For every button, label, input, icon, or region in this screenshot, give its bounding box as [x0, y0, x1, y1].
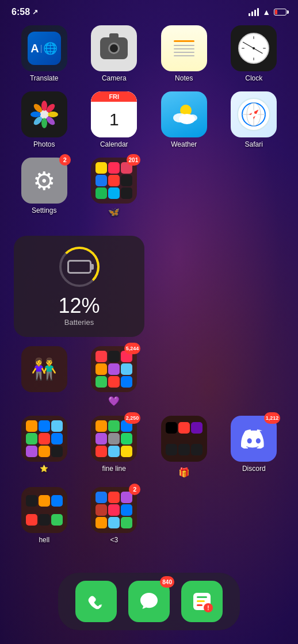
discord-logo-svg [241, 429, 266, 448]
battery-status-icon [274, 9, 286, 16]
app-row-2: Photos FRI 1 Calendar [0, 87, 298, 153]
folder-heart-label: <3 [110, 536, 118, 544]
star-label: ⭐ [40, 465, 48, 473]
clock-minute-hand [254, 48, 263, 54]
signal-icon [249, 8, 259, 16]
calendar-day: FRI [91, 91, 137, 102]
app-row-1: A | 🌐 Translate Camera [0, 21, 298, 87]
folder-heart-badge: 2 [129, 484, 140, 495]
folder-social-badge: 201 [127, 154, 141, 166]
app-notes[interactable]: Notes [154, 25, 215, 82]
app-folder-fineline[interactable]: 2,250 fine line [84, 416, 145, 473]
svg-point-4 [48, 112, 58, 117]
battery-widget-label: Batteries [64, 318, 94, 327]
app-discord[interactable]: 1,212 Discord [224, 416, 285, 473]
battery-widget: 12% Batteries [14, 236, 144, 337]
app-folder-social[interactable]: 201 🦋 [84, 158, 145, 217]
weather-icon-svg [167, 98, 201, 131]
app-row-5: ⭐ 2,250 fine line [0, 411, 298, 482]
settings-badge: 2 [59, 154, 71, 166]
calendar-date: 1 [91, 102, 137, 137]
wifi-icon: ▲ [262, 7, 270, 17]
app-photos[interactable]: Photos [14, 91, 75, 148]
safari-icon-svg [241, 102, 266, 127]
app-calendar[interactable]: FRI 1 Calendar [84, 91, 145, 148]
app-folder-people[interactable]: 👫 [14, 346, 75, 407]
app-discord-label: Discord [242, 465, 266, 473]
app-folder-hell[interactable]: hell [14, 487, 75, 544]
status-icons-area: ▲ [249, 7, 286, 17]
status-time-area: 6:58 ↗ [12, 7, 38, 17]
app-folder-music[interactable]: 5,244 💜 [84, 346, 145, 407]
dock: 840 ! [58, 573, 240, 630]
app-calendar-label: Calendar [100, 140, 128, 148]
app-folder-uber[interactable]: 🎁 [154, 416, 215, 478]
persona-icon-svg: ! [190, 589, 214, 614]
folder-hell-label: hell [39, 536, 49, 544]
messages-badge: 840 [160, 576, 174, 588]
app-row-3: ⚙ 2 Settings 201 🦋 [0, 153, 298, 342]
app-clock[interactable]: Clock [224, 25, 285, 82]
status-bar: 6:58 ↗ ▲ [0, 0, 298, 21]
messages-icon-svg [138, 591, 160, 612]
empty-cell-3 [154, 487, 200, 533]
app-weather-label: Weather [171, 140, 197, 148]
app-settings-label: Settings [32, 206, 56, 214]
app-weather[interactable]: Weather [154, 91, 215, 148]
app-translate[interactable]: A | 🌐 Translate [14, 25, 75, 82]
svg-rect-23 [197, 604, 203, 606]
svg-rect-22 [197, 600, 205, 602]
discord-badge: 1,212 [264, 412, 281, 424]
svg-point-2 [41, 118, 47, 128]
app-safari-label: Safari [245, 140, 263, 148]
svg-rect-21 [197, 596, 207, 598]
app-notes-label: Notes [175, 74, 193, 82]
app-photos-label: Photos [33, 140, 55, 148]
location-arrow-icon: ↗ [32, 8, 38, 16]
empty-cell-1 [154, 346, 200, 392]
folder-fineline-badge: 2,250 [124, 412, 141, 424]
svg-point-1 [41, 101, 47, 111]
phone-icon-svg [85, 591, 107, 612]
app-clock-label: Clock [245, 74, 262, 82]
app-folder-heart[interactable]: 2 <3 [84, 487, 145, 544]
svg-text:!: ! [207, 605, 209, 611]
app-safari[interactable]: Safari [224, 91, 285, 148]
app-star-folder[interactable]: ⭐ [14, 416, 75, 473]
app-camera-label: Camera [102, 74, 127, 82]
battery-percent-text: 12% [58, 294, 100, 318]
dock-phone[interactable] [75, 581, 117, 622]
app-translate-label: Translate [30, 74, 59, 82]
time-display: 6:58 [12, 7, 30, 17]
svg-point-3 [30, 112, 41, 117]
dock-messages[interactable]: 840 [128, 581, 170, 622]
app-row-4: 👫 5,244 💜 [0, 342, 298, 411]
empty-cell-4 [224, 487, 270, 533]
empty-cell-2 [224, 346, 270, 392]
folder-social-butterfly: 🦋 [108, 206, 120, 217]
battery-circle-icon [59, 247, 100, 287]
svg-point-12 [188, 114, 197, 121]
app-camera[interactable]: Camera [84, 25, 145, 82]
dock-persona[interactable]: ! [181, 581, 223, 622]
app-row-6: hell 2 <3 [0, 482, 298, 549]
app-settings[interactable]: ⚙ 2 Settings [14, 158, 75, 214]
photos-icon-svg [29, 99, 60, 130]
folder-fineline-label: fine line [102, 465, 126, 473]
folder-music-badge: 5,244 [124, 343, 141, 354]
